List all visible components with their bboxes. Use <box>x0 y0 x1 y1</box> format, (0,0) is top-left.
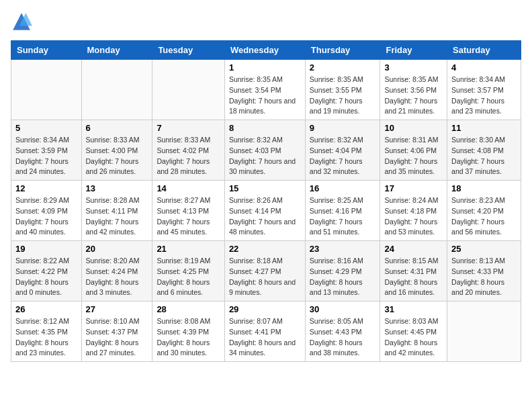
day-info: Sunrise: 8:03 AMSunset: 4:45 PMDaylight:… <box>384 316 443 359</box>
calendar-cell <box>11 60 82 120</box>
day-number: 8 <box>229 123 301 133</box>
calendar-cell: 1Sunrise: 8:35 AMSunset: 3:54 PMDaylight… <box>224 60 305 120</box>
calendar-cell: 13Sunrise: 8:28 AMSunset: 4:11 PMDayligh… <box>81 181 152 241</box>
day-info: Sunrise: 8:15 AMSunset: 4:31 PMDaylight:… <box>384 256 443 298</box>
calendar-cell: 12Sunrise: 8:29 AMSunset: 4:09 PMDayligh… <box>11 181 82 241</box>
day-number: 24 <box>384 244 443 254</box>
day-info: Sunrise: 8:24 AMSunset: 4:18 PMDaylight:… <box>384 195 443 238</box>
day-number: 15 <box>229 183 301 193</box>
calendar-cell: 22Sunrise: 8:18 AMSunset: 4:27 PMDayligh… <box>224 241 305 302</box>
day-number: 27 <box>86 304 148 314</box>
calendar-table: SundayMondayTuesdayWednesdayThursdayFrid… <box>11 40 521 362</box>
day-header-sunday: Sunday <box>11 41 82 60</box>
day-header-wednesday: Wednesday <box>224 41 305 60</box>
day-info: Sunrise: 8:30 AMSunset: 4:08 PMDaylight:… <box>451 135 517 177</box>
calendar-week-row: 5Sunrise: 8:34 AMSunset: 3:59 PMDaylight… <box>11 120 521 181</box>
day-header-friday: Friday <box>380 41 447 60</box>
day-header-monday: Monday <box>81 41 152 60</box>
calendar-cell: 2Sunrise: 8:35 AMSunset: 3:55 PMDaylight… <box>305 60 380 120</box>
day-header-tuesday: Tuesday <box>152 41 224 60</box>
calendar-cell: 25Sunrise: 8:13 AMSunset: 4:33 PMDayligh… <box>447 241 521 302</box>
day-number: 6 <box>86 123 148 133</box>
calendar-cell: 5Sunrise: 8:34 AMSunset: 3:59 PMDaylight… <box>11 120 82 181</box>
day-info: Sunrise: 8:18 AMSunset: 4:27 PMDaylight:… <box>229 256 301 298</box>
day-info: Sunrise: 8:28 AMSunset: 4:11 PMDaylight:… <box>86 195 148 238</box>
day-info: Sunrise: 8:27 AMSunset: 4:13 PMDaylight:… <box>157 195 220 238</box>
calendar-cell: 28Sunrise: 8:08 AMSunset: 4:39 PMDayligh… <box>152 302 224 362</box>
calendar-cell <box>152 60 224 120</box>
day-info: Sunrise: 8:16 AMSunset: 4:29 PMDaylight:… <box>310 256 376 298</box>
day-info: Sunrise: 8:32 AMSunset: 4:03 PMDaylight:… <box>229 135 301 177</box>
day-header-saturday: Saturday <box>447 41 521 60</box>
day-number: 16 <box>310 183 376 193</box>
logo <box>11 11 35 32</box>
day-number: 5 <box>15 123 77 133</box>
day-number: 23 <box>310 244 376 254</box>
calendar-cell: 7Sunrise: 8:33 AMSunset: 4:02 PMDaylight… <box>152 120 224 181</box>
logo-icon <box>11 11 32 32</box>
day-info: Sunrise: 8:35 AMSunset: 3:56 PMDaylight:… <box>384 75 443 117</box>
day-number: 20 <box>86 244 148 254</box>
day-number: 14 <box>157 183 220 193</box>
calendar-week-row: 12Sunrise: 8:29 AMSunset: 4:09 PMDayligh… <box>11 181 521 241</box>
day-number: 7 <box>157 123 220 133</box>
calendar-cell: 21Sunrise: 8:19 AMSunset: 4:25 PMDayligh… <box>152 241 224 302</box>
day-number: 26 <box>15 304 77 314</box>
day-number: 29 <box>229 304 301 314</box>
calendar-week-row: 1Sunrise: 8:35 AMSunset: 3:54 PMDaylight… <box>11 60 521 120</box>
page-header <box>11 11 521 32</box>
calendar-cell: 29Sunrise: 8:07 AMSunset: 4:41 PMDayligh… <box>224 302 305 362</box>
calendar-cell: 19Sunrise: 8:22 AMSunset: 4:22 PMDayligh… <box>11 241 82 302</box>
calendar-cell: 27Sunrise: 8:10 AMSunset: 4:37 PMDayligh… <box>81 302 152 362</box>
calendar-cell <box>447 302 521 362</box>
day-number: 17 <box>384 183 443 193</box>
day-info: Sunrise: 8:13 AMSunset: 4:33 PMDaylight:… <box>451 256 517 298</box>
calendar-week-row: 19Sunrise: 8:22 AMSunset: 4:22 PMDayligh… <box>11 241 521 302</box>
day-number: 12 <box>15 183 77 193</box>
calendar-cell: 17Sunrise: 8:24 AMSunset: 4:18 PMDayligh… <box>380 181 447 241</box>
day-info: Sunrise: 8:05 AMSunset: 4:43 PMDaylight:… <box>310 316 376 359</box>
day-number: 18 <box>451 183 517 193</box>
calendar-cell: 10Sunrise: 8:31 AMSunset: 4:06 PMDayligh… <box>380 120 447 181</box>
day-info: Sunrise: 8:08 AMSunset: 4:39 PMDaylight:… <box>157 316 220 359</box>
day-number: 4 <box>451 62 517 73</box>
day-number: 9 <box>310 123 376 133</box>
day-info: Sunrise: 8:07 AMSunset: 4:41 PMDaylight:… <box>229 316 301 359</box>
day-info: Sunrise: 8:34 AMSunset: 3:59 PMDaylight:… <box>15 135 77 177</box>
calendar-cell: 6Sunrise: 8:33 AMSunset: 4:00 PMDaylight… <box>81 120 152 181</box>
day-info: Sunrise: 8:25 AMSunset: 4:16 PMDaylight:… <box>310 195 376 238</box>
day-info: Sunrise: 8:33 AMSunset: 4:00 PMDaylight:… <box>86 135 148 177</box>
day-info: Sunrise: 8:29 AMSunset: 4:09 PMDaylight:… <box>15 195 77 238</box>
calendar-cell: 24Sunrise: 8:15 AMSunset: 4:31 PMDayligh… <box>380 241 447 302</box>
day-info: Sunrise: 8:35 AMSunset: 3:55 PMDaylight:… <box>310 75 376 117</box>
day-number: 1 <box>229 62 301 73</box>
calendar-header-row: SundayMondayTuesdayWednesdayThursdayFrid… <box>11 41 521 60</box>
calendar-cell: 14Sunrise: 8:27 AMSunset: 4:13 PMDayligh… <box>152 181 224 241</box>
day-info: Sunrise: 8:26 AMSunset: 4:14 PMDaylight:… <box>229 195 301 238</box>
day-number: 30 <box>310 304 376 314</box>
day-info: Sunrise: 8:34 AMSunset: 3:57 PMDaylight:… <box>451 75 517 117</box>
day-number: 11 <box>451 123 517 133</box>
day-number: 19 <box>15 244 77 254</box>
day-header-thursday: Thursday <box>305 41 380 60</box>
day-number: 31 <box>384 304 443 314</box>
day-info: Sunrise: 8:32 AMSunset: 4:04 PMDaylight:… <box>310 135 376 177</box>
calendar-cell: 4Sunrise: 8:34 AMSunset: 3:57 PMDaylight… <box>447 60 521 120</box>
day-info: Sunrise: 8:22 AMSunset: 4:22 PMDaylight:… <box>15 256 77 298</box>
calendar-cell: 20Sunrise: 8:20 AMSunset: 4:24 PMDayligh… <box>81 241 152 302</box>
day-number: 2 <box>310 62 376 73</box>
calendar-cell: 11Sunrise: 8:30 AMSunset: 4:08 PMDayligh… <box>447 120 521 181</box>
day-info: Sunrise: 8:12 AMSunset: 4:35 PMDaylight:… <box>15 316 77 359</box>
calendar-cell: 16Sunrise: 8:25 AMSunset: 4:16 PMDayligh… <box>305 181 380 241</box>
calendar-cell: 26Sunrise: 8:12 AMSunset: 4:35 PMDayligh… <box>11 302 82 362</box>
day-number: 28 <box>157 304 220 314</box>
calendar-cell: 9Sunrise: 8:32 AMSunset: 4:04 PMDaylight… <box>305 120 380 181</box>
calendar-cell: 31Sunrise: 8:03 AMSunset: 4:45 PMDayligh… <box>380 302 447 362</box>
calendar-cell: 23Sunrise: 8:16 AMSunset: 4:29 PMDayligh… <box>305 241 380 302</box>
day-number: 21 <box>157 244 220 254</box>
day-info: Sunrise: 8:31 AMSunset: 4:06 PMDaylight:… <box>384 135 443 177</box>
calendar-cell: 30Sunrise: 8:05 AMSunset: 4:43 PMDayligh… <box>305 302 380 362</box>
day-number: 13 <box>86 183 148 193</box>
calendar-cell: 3Sunrise: 8:35 AMSunset: 3:56 PMDaylight… <box>380 60 447 120</box>
day-info: Sunrise: 8:19 AMSunset: 4:25 PMDaylight:… <box>157 256 220 298</box>
